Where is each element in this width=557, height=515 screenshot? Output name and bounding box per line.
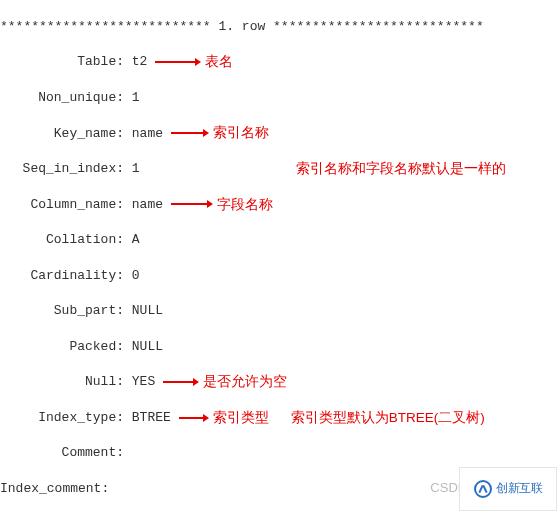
- logo-text: 创新互联: [496, 480, 542, 498]
- row1-table: Table: t2表名: [0, 53, 557, 71]
- mysql-output: *************************** 1. row *****…: [0, 0, 557, 515]
- row1-comment: Comment:: [0, 444, 557, 462]
- svg-marker-3: [203, 129, 209, 137]
- label-null: Null:: [0, 373, 124, 391]
- label-subpart: Sub_part:: [0, 302, 124, 320]
- label-column: Column_name:: [0, 196, 124, 214]
- label-indexcomment: Index_comment:: [0, 481, 109, 496]
- arrow-icon: [155, 57, 201, 67]
- svg-marker-5: [207, 200, 213, 208]
- row1-null: Null: YES是否允许为空: [0, 373, 557, 391]
- label-seq: Seq_in_index:: [0, 160, 124, 178]
- label-keyname: Key_name:: [0, 125, 124, 143]
- arrow-icon: [171, 199, 213, 209]
- row1-subpart: Sub_part: NULL: [0, 302, 557, 320]
- row1-collation: Collation: A: [0, 231, 557, 249]
- arrow-icon: [179, 413, 209, 423]
- label-indextype: Index_type:: [0, 409, 124, 427]
- val-row1-nonunique: 1: [132, 89, 140, 107]
- label-table: Table:: [0, 53, 124, 71]
- annotation-index-same: 索引名称和字段名称默认是一样的: [296, 160, 506, 178]
- svg-marker-9: [203, 414, 209, 422]
- val-row1-column: name: [132, 196, 163, 214]
- annotation-null: 是否允许为空: [203, 373, 287, 391]
- label-packed: Packed:: [0, 338, 124, 356]
- annotation-column-name: 字段名称: [217, 196, 273, 214]
- row1-column: Column_name: name字段名称: [0, 196, 557, 214]
- val-row1-keyname: name: [132, 125, 163, 143]
- arrow-icon: [171, 128, 209, 138]
- annotation-index-name: 索引名称: [213, 124, 269, 142]
- row-separator-1: *************************** 1. row *****…: [0, 18, 557, 36]
- annotation-table-name: 表名: [205, 53, 233, 71]
- label-comment: Comment:: [0, 444, 124, 462]
- label-collation: Collation:: [0, 231, 124, 249]
- val-row1-subpart: NULL: [132, 302, 163, 320]
- arrow-icon: [163, 377, 199, 387]
- svg-marker-7: [193, 378, 199, 386]
- label-cardinality: Cardinality:: [0, 267, 124, 285]
- partner-logo: 创新互联: [459, 467, 557, 511]
- val-row1-packed: NULL: [132, 338, 163, 356]
- val-row1-collation: A: [132, 231, 140, 249]
- val-row1-indextype: BTREE: [132, 409, 171, 427]
- row1-cardinality: Cardinality: 0: [0, 267, 557, 285]
- annotation-index-type: 索引类型: [213, 409, 269, 427]
- val-row1-table: t2: [132, 53, 148, 71]
- annotation-index-type-note: 索引类型默认为BTREE(二叉树): [291, 409, 485, 427]
- svg-marker-1: [195, 58, 201, 66]
- logo-icon: [474, 480, 492, 498]
- val-row1-seq: 1: [132, 160, 140, 178]
- label-nonunique: Non_unique:: [0, 89, 124, 107]
- row1-nonunique: Non_unique: 1: [0, 89, 557, 107]
- val-row1-cardinality: 0: [132, 267, 140, 285]
- row1-seq: Seq_in_index: 1 索引名称和字段名称默认是一样的: [0, 160, 557, 178]
- row1-keyname: Key_name: name索引名称: [0, 124, 557, 142]
- val-row1-null: YES: [132, 373, 155, 391]
- row1-packed: Packed: NULL: [0, 338, 557, 356]
- row1-indextype: Index_type: BTREE索引类型索引类型默认为BTREE(二叉树): [0, 409, 557, 427]
